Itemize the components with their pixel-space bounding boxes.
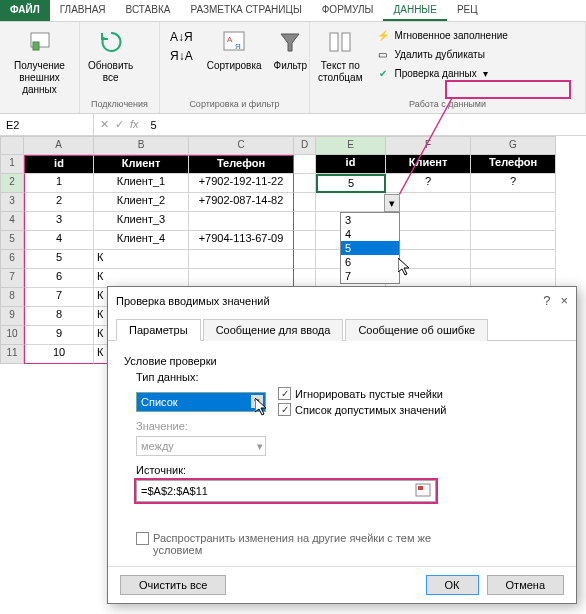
- refresh-all-button[interactable]: Обновить все: [84, 24, 137, 86]
- cell[interactable]: [294, 250, 316, 269]
- range-picker-icon[interactable]: [415, 483, 431, 499]
- dv-option[interactable]: 6: [341, 255, 399, 269]
- cell[interactable]: 4: [24, 231, 94, 250]
- dv-option[interactable]: 3: [341, 213, 399, 227]
- row-header[interactable]: 9: [0, 307, 24, 326]
- cell[interactable]: 1: [24, 174, 94, 193]
- cell[interactable]: 5: [24, 250, 94, 269]
- col-header-f[interactable]: F: [386, 136, 471, 155]
- sort-za-icon[interactable]: Я↓А: [166, 47, 197, 65]
- tab-review[interactable]: РЕЦ: [447, 0, 488, 21]
- row-header[interactable]: 5: [0, 231, 24, 250]
- cell[interactable]: Клиент_2: [94, 193, 189, 212]
- cell[interactable]: Клиент_1: [94, 174, 189, 193]
- close-button[interactable]: ×: [560, 293, 568, 308]
- select-all-corner[interactable]: [0, 136, 24, 155]
- dv-dropdown-list[interactable]: 3 4 5 6 7: [340, 212, 400, 284]
- cell[interactable]: Клиент: [386, 155, 471, 174]
- cell[interactable]: К: [94, 250, 189, 269]
- cell[interactable]: +7904-113-67-09: [189, 231, 294, 250]
- confirm-icon[interactable]: ✓: [115, 118, 124, 131]
- apply-changes-checkbox[interactable]: Распространить изменения на другие ячейк…: [136, 532, 560, 556]
- cell[interactable]: [471, 250, 556, 269]
- filter-button[interactable]: Фильтр: [270, 24, 312, 74]
- cell[interactable]: Телефон: [189, 155, 294, 174]
- cell[interactable]: Клиент_4: [94, 231, 189, 250]
- tab-parameters[interactable]: Параметры: [116, 319, 201, 341]
- clear-all-button[interactable]: Очистить все: [120, 575, 226, 595]
- cell[interactable]: +7902-087-14-82: [189, 193, 294, 212]
- tab-home[interactable]: ГЛАВНАЯ: [50, 0, 116, 21]
- tab-input-message[interactable]: Сообщение для ввода: [203, 319, 344, 341]
- row-header[interactable]: 4: [0, 212, 24, 231]
- row-header[interactable]: 6: [0, 250, 24, 269]
- row-header[interactable]: 3: [0, 193, 24, 212]
- cell[interactable]: ?: [386, 174, 471, 193]
- tab-layout[interactable]: РАЗМЕТКА СТРАНИЦЫ: [180, 0, 311, 21]
- cell[interactable]: [471, 193, 556, 212]
- cell[interactable]: 8: [24, 307, 94, 326]
- cell[interactable]: [189, 250, 294, 269]
- cancel-icon[interactable]: ✕: [100, 118, 109, 131]
- cell[interactable]: [471, 212, 556, 231]
- cell[interactable]: Клиент_3: [94, 212, 189, 231]
- name-box[interactable]: E2: [0, 114, 94, 135]
- dv-dropdown-arrow[interactable]: ▾: [384, 194, 400, 212]
- in-cell-dropdown-checkbox[interactable]: ✓Список допустимых значений: [278, 403, 446, 416]
- row-header[interactable]: 1: [0, 155, 24, 174]
- remove-duplicates-button[interactable]: ▭Удалить дубликаты: [371, 45, 512, 63]
- dv-option[interactable]: 7: [341, 269, 399, 283]
- cancel-button[interactable]: Отмена: [487, 575, 564, 595]
- cell[interactable]: id: [316, 155, 386, 174]
- sort-az-icon[interactable]: А↓Я: [166, 28, 197, 46]
- cell[interactable]: [294, 155, 316, 174]
- get-external-data-button[interactable]: Получение внешних данных: [4, 24, 75, 98]
- cell[interactable]: Телефон: [471, 155, 556, 174]
- row-header[interactable]: 10: [0, 326, 24, 345]
- cell[interactable]: [471, 231, 556, 250]
- tab-file[interactable]: ФАЙЛ: [0, 0, 50, 21]
- fx-icon[interactable]: fx: [130, 118, 139, 131]
- cell[interactable]: Клиент: [94, 155, 189, 174]
- cell[interactable]: 7: [24, 288, 94, 307]
- formula-input[interactable]: 5: [145, 119, 586, 131]
- cell[interactable]: 10: [24, 345, 94, 364]
- tab-error-message[interactable]: Сообщение об ошибке: [345, 319, 488, 341]
- col-header-c[interactable]: C: [189, 136, 294, 155]
- cell[interactable]: 9: [24, 326, 94, 345]
- cell[interactable]: [294, 212, 316, 231]
- type-combo[interactable]: Список▾: [136, 392, 266, 412]
- dv-option[interactable]: 5: [341, 241, 399, 255]
- tab-formulas[interactable]: ФОРМУЛЫ: [312, 0, 384, 21]
- cell[interactable]: [294, 193, 316, 212]
- cell[interactable]: 2: [24, 193, 94, 212]
- col-header-g[interactable]: G: [471, 136, 556, 155]
- ok-button[interactable]: ОК: [426, 575, 479, 595]
- ignore-blank-checkbox[interactable]: ✓Игнорировать пустые ячейки: [278, 387, 446, 400]
- row-header[interactable]: 11: [0, 345, 24, 364]
- cell[interactable]: +7902-192-11-22: [189, 174, 294, 193]
- tab-data[interactable]: ДАННЫЕ: [383, 0, 446, 21]
- cell-e2[interactable]: 5: [316, 174, 386, 193]
- dv-option[interactable]: 4: [341, 227, 399, 241]
- cell[interactable]: ?: [471, 174, 556, 193]
- cell[interactable]: [189, 212, 294, 231]
- cell[interactable]: [294, 174, 316, 193]
- tab-insert[interactable]: ВСТАВКА: [116, 0, 181, 21]
- cell[interactable]: [316, 193, 386, 212]
- cell[interactable]: 6: [24, 269, 94, 288]
- source-input[interactable]: =$A$2:$A$11: [136, 480, 436, 502]
- cell[interactable]: id: [24, 155, 94, 174]
- help-button[interactable]: ?: [543, 293, 550, 308]
- col-header-d[interactable]: D: [294, 136, 316, 155]
- sort-button[interactable]: АЯ Сортировка: [203, 24, 266, 74]
- data-validation-button[interactable]: ✔Проверка данных▾: [371, 64, 512, 82]
- text-to-columns-button[interactable]: Текст по столбцам: [314, 24, 367, 86]
- col-header-b[interactable]: B: [94, 136, 189, 155]
- row-header[interactable]: 2: [0, 174, 24, 193]
- col-header-a[interactable]: A: [24, 136, 94, 155]
- col-header-e[interactable]: E: [316, 136, 386, 155]
- cell[interactable]: 3: [24, 212, 94, 231]
- flash-fill-button[interactable]: ⚡Мгновенное заполнение: [371, 26, 512, 44]
- row-header[interactable]: 8: [0, 288, 24, 307]
